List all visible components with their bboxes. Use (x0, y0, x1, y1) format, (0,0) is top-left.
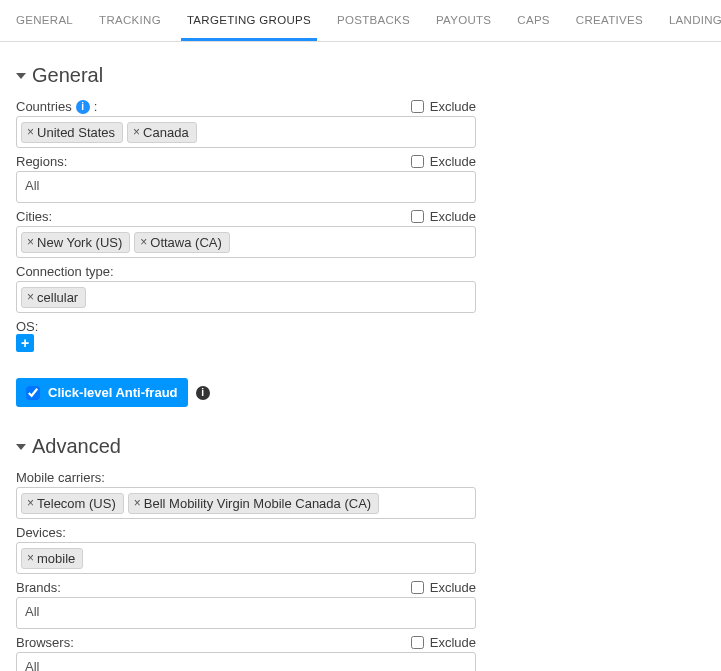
caret-down-icon (16, 444, 26, 450)
connection-type-input[interactable]: × cellular (16, 281, 476, 313)
tag[interactable]: × Ottawa (CA) (134, 232, 230, 253)
exclude-checkbox[interactable] (411, 210, 424, 223)
tag[interactable]: × Bell Mobility Virgin Mobile Canada (CA… (128, 493, 379, 514)
devices-label: Devices: (16, 525, 66, 540)
field-brands: Brands: Exclude All (16, 580, 705, 629)
cities-input[interactable]: × New York (US)× Ottawa (CA) (16, 226, 476, 258)
tag[interactable]: × United States (21, 122, 123, 143)
remove-tag-icon[interactable]: × (27, 290, 34, 304)
tab-payouts[interactable]: PAYOUTS (430, 0, 497, 41)
field-os: OS: + (16, 319, 705, 352)
regions-label: Regions: (16, 154, 67, 169)
tag[interactable]: × mobile (21, 548, 83, 569)
os-label: OS: (16, 319, 705, 334)
remove-tag-icon[interactable]: × (140, 235, 147, 249)
section-title: General (32, 64, 103, 87)
cities-exclude[interactable]: Exclude (411, 209, 476, 224)
add-os-button[interactable]: + (16, 334, 34, 352)
carriers-label: Mobile carriers: (16, 470, 105, 485)
section-title: Advanced (32, 435, 121, 458)
regions-exclude[interactable]: Exclude (411, 154, 476, 169)
brands-input[interactable]: All (16, 597, 476, 629)
carriers-input[interactable]: × Telecom (US)× Bell Mobility Virgin Mob… (16, 487, 476, 519)
remove-tag-icon[interactable]: × (133, 125, 140, 139)
section-advanced-header[interactable]: Advanced (16, 435, 705, 458)
browsers-input[interactable]: All (16, 652, 476, 671)
exclude-checkbox[interactable] (411, 100, 424, 113)
brands-label: Brands: (16, 580, 61, 595)
tab-tracking[interactable]: TRACKING (93, 0, 167, 41)
field-cities: Cities: Exclude × New York (US)× Ottawa … (16, 209, 705, 258)
tab-postbacks[interactable]: POSTBACKS (331, 0, 416, 41)
info-icon[interactable]: i (76, 100, 90, 114)
exclude-checkbox[interactable] (411, 581, 424, 594)
tab-creatives[interactable]: CREATIVES (570, 0, 649, 41)
tag[interactable]: × Canada (127, 122, 197, 143)
connection-type-label: Connection type: (16, 264, 114, 279)
tab-caps[interactable]: CAPS (511, 0, 556, 41)
remove-tag-icon[interactable]: × (27, 125, 34, 139)
cities-label: Cities: (16, 209, 52, 224)
countries-label: Countries i : (16, 99, 97, 114)
section-general-header[interactable]: General (16, 64, 705, 87)
tag[interactable]: × cellular (21, 287, 86, 308)
browsers-exclude[interactable]: Exclude (411, 635, 476, 650)
browsers-label: Browsers: (16, 635, 74, 650)
tag[interactable]: × New York (US) (21, 232, 130, 253)
tab-bar: GENERALTRACKINGTARGETING GROUPSPOSTBACKS… (0, 0, 721, 42)
tab-general[interactable]: GENERAL (10, 0, 79, 41)
field-countries: Countries i : Exclude × United States× C… (16, 99, 705, 148)
field-mobile-carriers: Mobile carriers: × Telecom (US)× Bell Mo… (16, 470, 705, 519)
regions-input[interactable]: All (16, 171, 476, 203)
tag[interactable]: × Telecom (US) (21, 493, 124, 514)
tab-landing-pages[interactable]: LANDING PAGES (663, 0, 721, 41)
remove-tag-icon[interactable]: × (27, 496, 34, 510)
exclude-checkbox[interactable] (411, 155, 424, 168)
exclude-checkbox[interactable] (411, 636, 424, 649)
field-browsers: Browsers: Exclude All (16, 635, 705, 671)
info-icon[interactable]: i (196, 386, 210, 400)
countries-input[interactable]: × United States× Canada (16, 116, 476, 148)
caret-down-icon (16, 73, 26, 79)
remove-tag-icon[interactable]: × (27, 551, 34, 565)
brands-exclude[interactable]: Exclude (411, 580, 476, 595)
field-regions: Regions: Exclude All (16, 154, 705, 203)
anti-fraud-checkbox[interactable] (26, 386, 40, 400)
countries-exclude[interactable]: Exclude (411, 99, 476, 114)
field-connection-type: Connection type: × cellular (16, 264, 705, 313)
remove-tag-icon[interactable]: × (134, 496, 141, 510)
field-devices: Devices: × mobile (16, 525, 705, 574)
click-level-anti-fraud-toggle[interactable]: Click-level Anti-fraud (16, 378, 188, 407)
devices-input[interactable]: × mobile (16, 542, 476, 574)
tab-targeting-groups[interactable]: TARGETING GROUPS (181, 0, 317, 41)
remove-tag-icon[interactable]: × (27, 235, 34, 249)
